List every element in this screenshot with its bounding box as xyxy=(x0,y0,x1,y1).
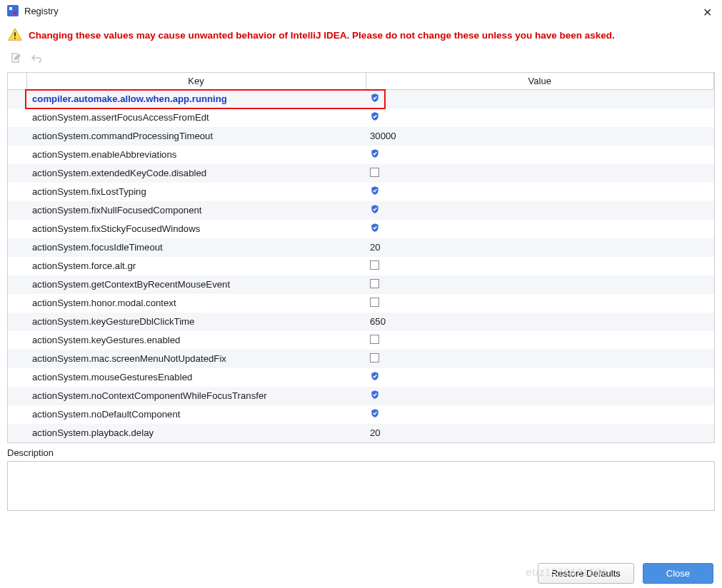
value-cell[interactable]: 30000 xyxy=(366,127,714,146)
value-cell[interactable] xyxy=(366,183,714,201)
value-text: 20 xyxy=(370,427,381,438)
value-text: 650 xyxy=(370,316,386,327)
checked-shield-icon[interactable] xyxy=(370,93,379,102)
flag-cell xyxy=(8,90,26,108)
key-cell[interactable]: actionSystem.extendedKeyCode.disabled xyxy=(26,164,366,183)
table-row[interactable]: actionSystem.playback.delay20 xyxy=(8,424,714,442)
table-row[interactable]: actionSystem.getContextByRecentMouseEven… xyxy=(8,275,714,294)
value-cell[interactable] xyxy=(366,201,714,220)
table-row[interactable]: actionSystem.commandProcessingTimeout300… xyxy=(8,127,714,146)
key-cell[interactable]: actionSystem.fixStickyFocusedWindows xyxy=(26,220,366,238)
checked-shield-icon[interactable] xyxy=(370,408,379,417)
key-cell[interactable]: actionSystem.noContextComponentWhileFocu… xyxy=(26,387,366,405)
key-cell[interactable]: actionSystem.keyGestureDblClickTime xyxy=(26,313,366,331)
table-row[interactable]: actionSystem.extendedKeyCode.disabled xyxy=(8,164,714,183)
table-row[interactable]: actionSystem.fixNullFocusedComponent xyxy=(8,201,714,220)
button-bar: Restore Defaults Close xyxy=(538,563,713,584)
checkbox-unchecked-icon[interactable] xyxy=(370,260,379,270)
close-icon[interactable]: ✕ xyxy=(703,6,712,19)
key-cell[interactable]: actionSystem.keyGestures.enabled xyxy=(26,331,366,350)
value-cell[interactable] xyxy=(366,257,714,275)
undo-icon[interactable] xyxy=(30,51,43,66)
value-cell[interactable] xyxy=(366,350,714,368)
key-cell[interactable]: compiler.automake.allow.when.app.running xyxy=(26,90,366,108)
warning-icon xyxy=(7,27,23,43)
table-row[interactable]: actionSystem.mac.screenMenuNotUpdatedFix xyxy=(8,350,714,368)
svg-rect-9 xyxy=(371,335,379,343)
table-row[interactable]: actionSystem.assertFocusAccessFromEdt xyxy=(8,108,714,127)
value-cell[interactable] xyxy=(366,294,714,313)
checked-shield-icon[interactable] xyxy=(370,186,379,195)
flag-cell xyxy=(8,257,26,275)
value-cell[interactable]: 20 xyxy=(366,424,714,442)
table-row[interactable]: compiler.automake.allow.when.app.running xyxy=(8,90,714,108)
key-cell[interactable]: actionSystem.honor.modal.context xyxy=(26,294,366,313)
flag-cell xyxy=(8,108,26,127)
key-cell[interactable]: actionSystem.playback.delay xyxy=(26,424,366,442)
table-row[interactable]: actionSystem.fixLostTyping xyxy=(8,183,714,201)
key-cell[interactable]: actionSystem.getContextByRecentMouseEven… xyxy=(26,275,366,294)
value-cell[interactable] xyxy=(366,331,714,350)
table-row[interactable]: actionSystem.keyGestureDblClickTime650 xyxy=(8,313,714,331)
value-cell[interactable] xyxy=(366,90,714,108)
value-cell[interactable] xyxy=(366,405,714,424)
value-cell[interactable] xyxy=(366,220,714,238)
value-cell[interactable] xyxy=(366,146,714,164)
close-button[interactable]: Close xyxy=(643,563,713,584)
value-cell[interactable]: 650 xyxy=(366,313,714,331)
key-text: actionSystem.playback.delay xyxy=(32,427,154,438)
key-text: actionSystem.force.alt.gr xyxy=(32,260,136,271)
key-cell[interactable]: actionSystem.focusIdleTimeout xyxy=(26,238,366,257)
checked-shield-icon[interactable] xyxy=(370,148,379,158)
table-row[interactable]: actionSystem.noDefaultComponent xyxy=(8,405,714,424)
checked-shield-icon[interactable] xyxy=(370,371,379,380)
key-cell[interactable]: actionSystem.assertFocusAccessFromEdt xyxy=(26,108,366,127)
edit-icon[interactable] xyxy=(10,51,23,66)
table-row[interactable]: actionSystem.force.alt.gr xyxy=(8,257,714,275)
window-title: Registry xyxy=(24,6,59,16)
key-cell[interactable]: actionSystem.mac.screenMenuNotUpdatedFix xyxy=(26,350,366,368)
key-cell[interactable]: actionSystem.commandProcessingTimeout xyxy=(26,127,366,146)
checkbox-unchecked-icon[interactable] xyxy=(370,279,379,288)
table-row[interactable]: actionSystem.focusIdleTimeout20 xyxy=(8,238,714,257)
key-cell[interactable]: actionSystem.fixLostTyping xyxy=(26,183,366,201)
table-row[interactable]: actionSystem.enableAbbreviations xyxy=(8,146,714,164)
checkbox-unchecked-icon[interactable] xyxy=(370,298,379,307)
table-row[interactable]: actionSystem.mouseGesturesEnabled xyxy=(8,368,714,387)
value-cell[interactable] xyxy=(366,108,714,127)
table-row[interactable]: actionSystem.honor.modal.context xyxy=(8,294,714,313)
checkbox-unchecked-icon[interactable] xyxy=(370,353,379,363)
value-cell[interactable] xyxy=(366,387,714,405)
flag-cell xyxy=(8,368,26,387)
checked-shield-icon[interactable] xyxy=(370,390,379,399)
flag-cell xyxy=(8,201,26,220)
key-cell[interactable]: actionSystem.force.alt.gr xyxy=(26,257,366,275)
value-cell[interactable] xyxy=(366,164,714,183)
value-cell[interactable] xyxy=(366,275,714,294)
flag-cell xyxy=(8,331,26,350)
key-cell[interactable]: actionSystem.noDefaultComponent xyxy=(26,405,366,424)
checked-shield-icon[interactable] xyxy=(370,111,379,121)
key-cell[interactable]: actionSystem.fixNullFocusedComponent xyxy=(26,201,366,220)
key-text: actionSystem.honor.modal.context xyxy=(32,298,176,308)
restore-defaults-button[interactable]: Restore Defaults xyxy=(538,563,634,584)
description-box xyxy=(7,461,715,511)
checked-shield-icon[interactable] xyxy=(370,204,379,213)
value-cell[interactable] xyxy=(366,368,714,387)
key-column-header[interactable]: Key xyxy=(26,73,366,90)
key-text: actionSystem.fixStickyFocusedWindows xyxy=(32,223,200,234)
table-row[interactable]: actionSystem.noContextComponentWhileFocu… xyxy=(8,387,714,405)
checked-shield-icon[interactable] xyxy=(370,223,379,232)
svg-rect-8 xyxy=(371,298,379,306)
value-cell[interactable]: 20 xyxy=(366,238,714,257)
table-row[interactable]: actionSystem.fixStickyFocusedWindows xyxy=(8,220,714,238)
key-cell[interactable]: actionSystem.mouseGesturesEnabled xyxy=(26,368,366,387)
checkbox-unchecked-icon[interactable] xyxy=(370,335,379,344)
table-row[interactable]: actionSystem.keyGestures.enabled xyxy=(8,331,714,350)
value-column-header[interactable]: Value xyxy=(366,73,714,90)
titlebar: Registry xyxy=(0,0,722,21)
checkbox-unchecked-icon[interactable] xyxy=(370,168,379,177)
key-cell[interactable]: actionSystem.enableAbbreviations xyxy=(26,146,366,164)
flag-cell xyxy=(8,220,26,238)
registry-table-container[interactable]: Key Value compiler.automake.allow.when.a… xyxy=(7,72,715,443)
